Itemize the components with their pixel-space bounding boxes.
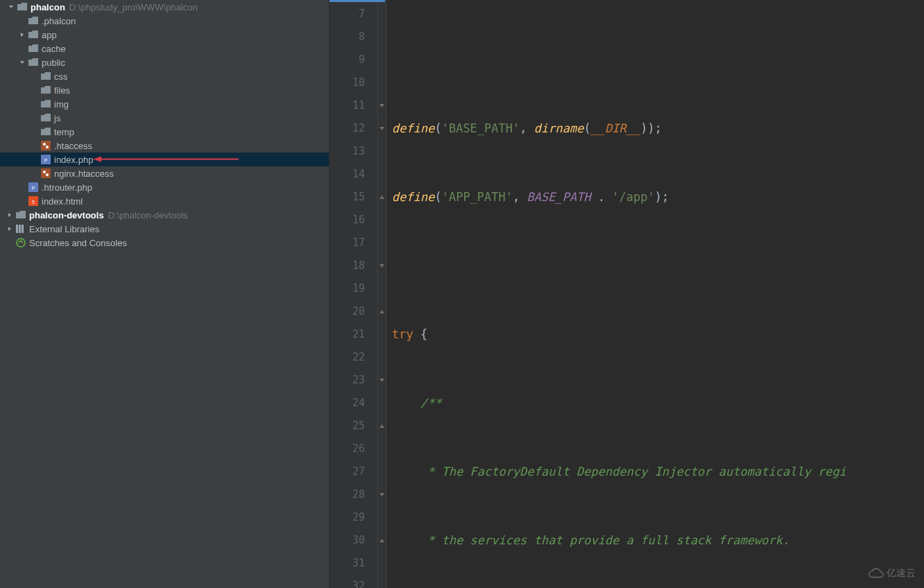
line-number: 31 [330,552,365,575]
tree-item-label: app [42,30,57,40]
folder-icon [40,112,51,123]
folder-icon [28,57,39,68]
tree-item-js[interactable]: js [0,111,329,125]
line-number: 19 [330,277,365,300]
fold-marker [378,26,386,49]
fold-marker [378,438,386,460]
fold-marker[interactable] [378,483,386,506]
svg-point-2 [46,146,49,148]
scratch-icon [15,237,26,248]
folder-icon [15,209,26,220]
line-number: 18 [330,254,365,277]
tree-item-index-html[interactable]: 5index.html [0,194,329,208]
tree-item-img[interactable]: img [0,97,329,111]
line-number: 9 [330,49,365,71]
tree-item-label: phalcon-devtools [29,210,104,220]
tree-item-temp[interactable]: temp [0,125,329,139]
folder-icon [28,15,39,26]
code-line: define('BASE_PATH', dirname(__DIR__)); [386,117,924,140]
tree-item-external-libraries[interactable]: External Libraries [0,222,329,236]
tree-item-cache[interactable]: cache [0,42,329,55]
php-icon: P [28,182,39,193]
line-number: 24 [330,392,365,415]
tree-arrow-icon[interactable] [6,211,14,219]
tree-item-label: .htaccess [54,141,92,151]
fold-marker [378,232,386,254]
tree-item-label: js [54,113,60,123]
tree-item-label: External Libraries [29,224,99,234]
code-editor[interactable]: 7891011121314151617181920212223242526272… [330,0,924,588]
line-number: 28 [330,483,365,506]
fold-marker [378,323,386,346]
html-icon: 5 [28,196,39,207]
tree-arrow-icon[interactable] [18,58,26,67]
folder-icon [40,98,51,110]
tree-item-label: public [42,58,65,68]
fold-marker[interactable] [378,186,386,209]
tree-arrow-icon[interactable] [7,3,15,11]
svg-point-7 [43,171,46,173]
fold-marker[interactable] [378,254,386,277]
fold-marker[interactable] [378,369,386,392]
tree-item--htrouter-php[interactable]: P.htrouter.php [0,180,329,194]
tree-item-files[interactable]: files [0,83,329,97]
fold-gutter [378,0,386,588]
fold-marker[interactable] [378,300,386,323]
folder-icon [28,29,39,40]
line-number: 27 [330,460,365,483]
project-tree-sidebar[interactable]: phalconD:\phpstudy_pro\WWW\phalcon.phalc… [0,0,330,588]
fold-marker[interactable] [378,94,386,117]
line-number: 22 [330,346,365,369]
svg-point-8 [46,173,49,176]
svg-rect-0 [41,141,51,150]
fold-marker [378,209,386,232]
fold-marker[interactable] [378,117,386,140]
line-number: 29 [330,506,365,529]
fold-marker [378,49,386,71]
line-number: 26 [330,438,365,460]
tree-item-nginx-htaccess[interactable]: nginx.htaccess [0,166,329,180]
line-number: 11 [330,94,365,117]
svg-text:P: P [32,186,35,191]
tree-item-label: .phalcon [42,16,76,26]
fold-marker [378,460,386,483]
tree-item--phalcon[interactable]: .phalcon [0,14,329,28]
php-icon: P [40,154,51,165]
htaccess-icon [40,140,51,151]
fold-marker [378,552,386,575]
folder-icon [40,126,51,137]
line-number: 32 [330,575,365,588]
code-line: /** [386,392,924,415]
line-number: 8 [330,26,365,49]
fold-marker [378,163,386,186]
tree-item--htaccess[interactable]: .htaccess [0,139,329,153]
tree-item-index-php[interactable]: Pindex.php [0,153,329,166]
fold-marker [378,277,386,300]
fold-marker [378,392,386,415]
svg-point-1 [43,143,46,146]
svg-text:5: 5 [32,200,35,205]
line-number: 15 [330,186,365,209]
fold-marker[interactable] [378,415,386,438]
tree-item-label: cache [42,44,66,54]
tree-arrow-icon[interactable] [18,31,26,39]
tree-item-label: index.html [42,196,83,207]
tree-item-path: D:\phalcon-devtools [108,210,188,220]
tree-item-css[interactable]: css [0,69,329,83]
tree-item-label: css [54,71,68,82]
tree-item-app[interactable]: app [0,28,329,42]
tree-item-path: D:\phpstudy_pro\WWW\phalcon [69,2,198,12]
line-number-gutter: 7891011121314151617181920212223242526272… [330,0,378,588]
tree-item-phalcon-devtools[interactable]: phalcon-devtoolsD:\phalcon-devtools [0,208,329,222]
code-line: * The FactoryDefault Dependency Injector… [386,460,924,483]
tree-item-public[interactable]: public [0,55,329,69]
line-number: 12 [330,117,365,140]
code-line: define('APP_PATH', BASE_PATH . '/app'); [386,186,924,209]
tree-item-label: Scratches and Consoles [29,238,127,248]
code-area[interactable]: define('BASE_PATH', dirname(__DIR__)); d… [386,0,924,588]
tree-arrow-icon[interactable] [6,225,14,233]
tree-item-phalcon[interactable]: phalconD:\phpstudy_pro\WWW\phalcon [0,0,329,14]
svg-text:P: P [44,158,48,163]
tree-item-scratches-and-consoles[interactable]: Scratches and Consoles [0,236,329,250]
fold-marker[interactable] [378,529,386,552]
